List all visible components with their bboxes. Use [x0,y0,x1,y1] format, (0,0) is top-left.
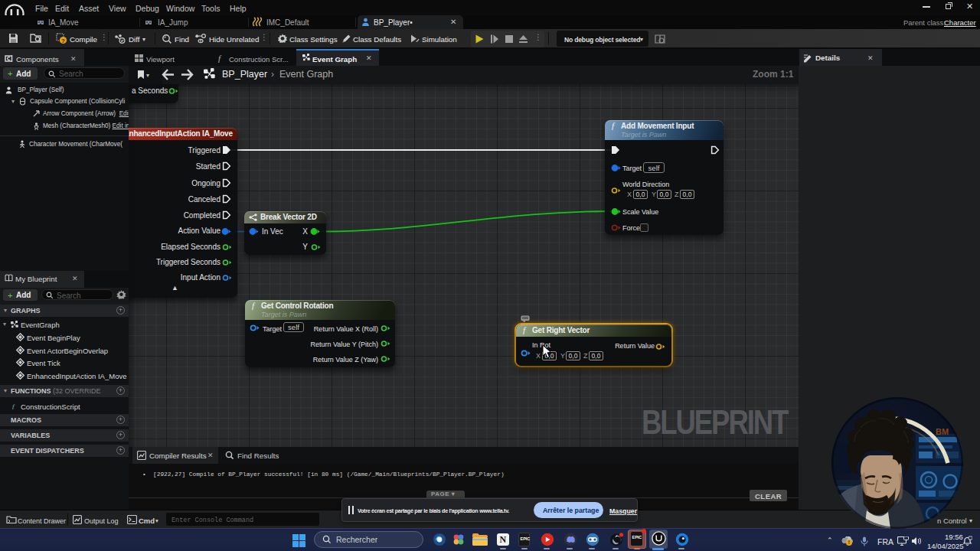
svg-text:f: f [12,403,15,410]
svg-text:BM: BM [936,427,949,436]
svg-text:?: ? [61,37,65,44]
